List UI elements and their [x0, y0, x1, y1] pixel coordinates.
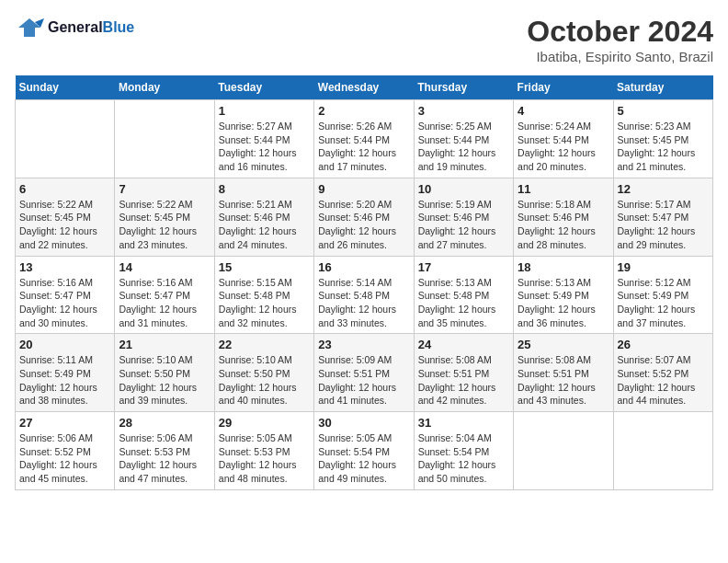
- day-number: 13: [19, 260, 110, 274]
- day-detail: Sunrise: 5:22 AMSunset: 5:45 PMDaylight:…: [119, 198, 210, 252]
- day-detail: Sunrise: 5:13 AMSunset: 5:49 PMDaylight:…: [518, 276, 609, 330]
- day-cell: 5Sunrise: 5:23 AMSunset: 5:45 PMDaylight…: [613, 100, 712, 178]
- day-number: 24: [418, 338, 509, 351]
- day-detail: Sunrise: 5:22 AMSunset: 5:45 PMDaylight:…: [19, 198, 110, 252]
- day-number: 18: [518, 260, 609, 274]
- week-row-2: 6Sunrise: 5:22 AMSunset: 5:45 PMDaylight…: [16, 178, 713, 256]
- day-cell: 30Sunrise: 5:05 AMSunset: 5:54 PMDayligh…: [314, 412, 414, 490]
- day-detail: Sunrise: 5:14 AMSunset: 5:48 PMDaylight:…: [318, 276, 409, 330]
- day-number: 19: [618, 260, 709, 274]
- day-detail: Sunrise: 5:12 AMSunset: 5:49 PMDaylight:…: [618, 276, 709, 330]
- day-number: 16: [318, 260, 409, 274]
- day-detail: Sunrise: 5:23 AMSunset: 5:45 PMDaylight:…: [618, 120, 709, 174]
- day-detail: Sunrise: 5:16 AMSunset: 5:47 PMDaylight:…: [119, 276, 210, 330]
- day-detail: Sunrise: 5:08 AMSunset: 5:51 PMDaylight:…: [518, 353, 609, 408]
- day-number: 31: [418, 416, 509, 430]
- day-number: 22: [219, 338, 310, 351]
- day-cell: [613, 412, 712, 490]
- day-cell: 11Sunrise: 5:18 AMSunset: 5:46 PMDayligh…: [514, 178, 613, 256]
- day-cell: 20Sunrise: 5:11 AMSunset: 5:49 PMDayligh…: [16, 334, 115, 412]
- day-number: 6: [19, 182, 110, 196]
- week-row-5: 27Sunrise: 5:06 AMSunset: 5:52 PMDayligh…: [16, 412, 713, 490]
- day-number: 12: [618, 182, 709, 196]
- column-header-monday: Monday: [115, 75, 214, 100]
- week-row-4: 20Sunrise: 5:11 AMSunset: 5:49 PMDayligh…: [16, 334, 713, 412]
- day-number: 14: [119, 260, 210, 274]
- day-detail: Sunrise: 5:05 AMSunset: 5:54 PMDaylight:…: [318, 431, 409, 486]
- day-number: 29: [219, 416, 310, 430]
- logo: GeneralBlue: [15, 15, 134, 40]
- day-detail: Sunrise: 5:21 AMSunset: 5:46 PMDaylight:…: [219, 198, 310, 252]
- day-number: 23: [318, 338, 409, 351]
- day-cell: 24Sunrise: 5:08 AMSunset: 5:51 PMDayligh…: [414, 334, 513, 412]
- logo-text: GeneralBlue: [48, 19, 134, 36]
- day-number: 27: [19, 416, 110, 430]
- day-cell: 12Sunrise: 5:17 AMSunset: 5:47 PMDayligh…: [613, 178, 712, 256]
- day-detail: Sunrise: 5:27 AMSunset: 5:44 PMDaylight:…: [219, 120, 310, 174]
- column-header-wednesday: Wednesday: [314, 75, 414, 100]
- day-detail: Sunrise: 5:13 AMSunset: 5:48 PMDaylight:…: [418, 276, 509, 330]
- day-detail: Sunrise: 5:11 AMSunset: 5:49 PMDaylight:…: [19, 353, 110, 408]
- day-detail: Sunrise: 5:20 AMSunset: 5:46 PMDaylight:…: [318, 198, 409, 252]
- column-header-thursday: Thursday: [414, 75, 513, 100]
- day-number: 10: [418, 182, 509, 196]
- day-cell: 17Sunrise: 5:13 AMSunset: 5:48 PMDayligh…: [414, 256, 513, 334]
- day-cell: 3Sunrise: 5:25 AMSunset: 5:44 PMDaylight…: [414, 100, 513, 178]
- day-detail: Sunrise: 5:24 AMSunset: 5:44 PMDaylight:…: [518, 120, 609, 174]
- day-cell: 14Sunrise: 5:16 AMSunset: 5:47 PMDayligh…: [115, 256, 214, 334]
- day-number: 21: [119, 338, 210, 351]
- day-cell: [514, 412, 613, 490]
- day-cell: 28Sunrise: 5:06 AMSunset: 5:53 PMDayligh…: [115, 412, 214, 490]
- day-detail: Sunrise: 5:16 AMSunset: 5:47 PMDaylight:…: [19, 276, 110, 330]
- week-row-1: 1Sunrise: 5:27 AMSunset: 5:44 PMDaylight…: [16, 100, 713, 178]
- day-number: 20: [19, 338, 110, 351]
- day-cell: 8Sunrise: 5:21 AMSunset: 5:46 PMDaylight…: [214, 178, 313, 256]
- day-number: 9: [318, 182, 409, 196]
- logo-icon: [15, 15, 44, 40]
- day-cell: 7Sunrise: 5:22 AMSunset: 5:45 PMDaylight…: [115, 178, 214, 256]
- column-header-tuesday: Tuesday: [214, 75, 313, 100]
- day-detail: Sunrise: 5:10 AMSunset: 5:50 PMDaylight:…: [119, 353, 210, 408]
- day-number: 28: [119, 416, 210, 430]
- day-cell: 23Sunrise: 5:09 AMSunset: 5:51 PMDayligh…: [314, 334, 414, 412]
- day-cell: 9Sunrise: 5:20 AMSunset: 5:46 PMDaylight…: [314, 178, 414, 256]
- day-detail: Sunrise: 5:18 AMSunset: 5:46 PMDaylight:…: [518, 198, 609, 252]
- location: Ibatiba, Espirito Santo, Brazil: [527, 49, 713, 64]
- day-cell: 22Sunrise: 5:10 AMSunset: 5:50 PMDayligh…: [214, 334, 313, 412]
- day-cell: 1Sunrise: 5:27 AMSunset: 5:44 PMDaylight…: [214, 100, 313, 178]
- day-detail: Sunrise: 5:04 AMSunset: 5:54 PMDaylight:…: [418, 431, 509, 486]
- day-number: 1: [219, 104, 310, 118]
- title-block: October 2024 Ibatiba, Espirito Santo, Br…: [527, 15, 713, 64]
- day-cell: 29Sunrise: 5:05 AMSunset: 5:53 PMDayligh…: [214, 412, 313, 490]
- day-cell: 27Sunrise: 5:06 AMSunset: 5:52 PMDayligh…: [16, 412, 115, 490]
- day-detail: Sunrise: 5:09 AMSunset: 5:51 PMDaylight:…: [318, 353, 409, 408]
- day-cell: 18Sunrise: 5:13 AMSunset: 5:49 PMDayligh…: [514, 256, 613, 334]
- day-detail: Sunrise: 5:06 AMSunset: 5:53 PMDaylight:…: [119, 431, 210, 486]
- day-number: 4: [518, 104, 609, 118]
- day-detail: Sunrise: 5:25 AMSunset: 5:44 PMDaylight:…: [418, 120, 509, 174]
- day-cell: 21Sunrise: 5:10 AMSunset: 5:50 PMDayligh…: [115, 334, 214, 412]
- day-detail: Sunrise: 5:06 AMSunset: 5:52 PMDaylight:…: [19, 431, 110, 486]
- calendar-table: SundayMondayTuesdayWednesdayThursdayFrid…: [15, 75, 713, 490]
- day-number: 25: [518, 338, 609, 351]
- day-cell: 6Sunrise: 5:22 AMSunset: 5:45 PMDaylight…: [16, 178, 115, 256]
- month-title: October 2024: [527, 15, 713, 49]
- day-cell: 13Sunrise: 5:16 AMSunset: 5:47 PMDayligh…: [16, 256, 115, 334]
- week-row-3: 13Sunrise: 5:16 AMSunset: 5:47 PMDayligh…: [16, 256, 713, 334]
- day-detail: Sunrise: 5:15 AMSunset: 5:48 PMDaylight:…: [219, 276, 310, 330]
- page-header: GeneralBlue October 2024 Ibatiba, Espiri…: [15, 15, 713, 64]
- day-number: 17: [418, 260, 509, 274]
- day-number: 8: [219, 182, 310, 196]
- day-detail: Sunrise: 5:07 AMSunset: 5:52 PMDaylight:…: [618, 353, 709, 408]
- header-row: SundayMondayTuesdayWednesdayThursdayFrid…: [16, 75, 713, 100]
- day-detail: Sunrise: 5:17 AMSunset: 5:47 PMDaylight:…: [618, 198, 709, 252]
- day-cell: [16, 100, 115, 178]
- day-number: 7: [119, 182, 210, 196]
- day-cell: 26Sunrise: 5:07 AMSunset: 5:52 PMDayligh…: [613, 334, 712, 412]
- day-cell: 16Sunrise: 5:14 AMSunset: 5:48 PMDayligh…: [314, 256, 414, 334]
- day-cell: 4Sunrise: 5:24 AMSunset: 5:44 PMDaylight…: [514, 100, 613, 178]
- day-number: 3: [418, 104, 509, 118]
- day-number: 26: [618, 338, 709, 351]
- day-cell: 19Sunrise: 5:12 AMSunset: 5:49 PMDayligh…: [613, 256, 712, 334]
- day-detail: Sunrise: 5:05 AMSunset: 5:53 PMDaylight:…: [219, 431, 310, 486]
